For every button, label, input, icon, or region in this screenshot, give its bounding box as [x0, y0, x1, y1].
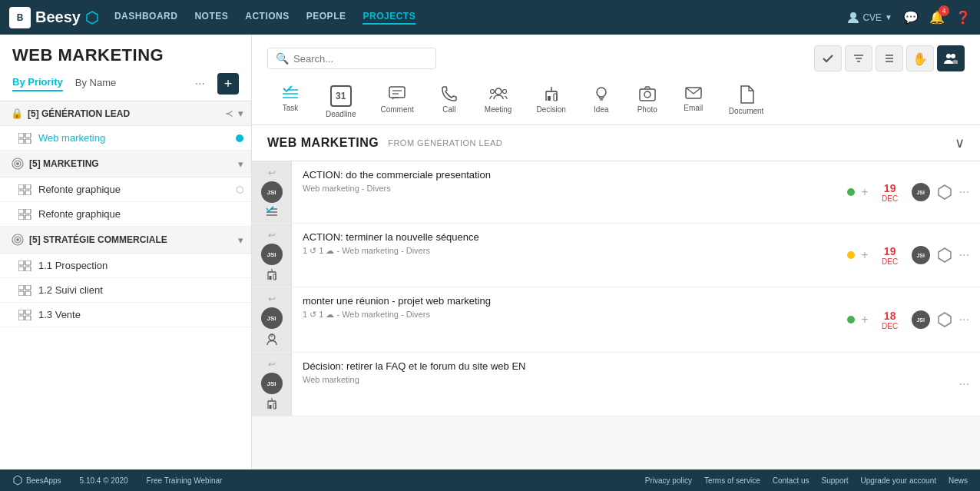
vente-label: 1.3 Vente: [38, 309, 243, 320]
toolbar-checkmark-btn[interactable]: [814, 45, 842, 71]
user-icon[interactable]: CVE ▼: [847, 12, 892, 24]
toolbar-people-btn[interactable]: [937, 45, 965, 71]
task-subtitle: 1 ↺ 1 ☁ - Web marketing - Divers: [303, 310, 826, 320]
svg-point-35: [946, 54, 951, 58]
nav-actions[interactable]: ACTIONS: [245, 11, 290, 25]
sidebar-item-web-marketing[interactable]: Web marketing: [0, 126, 251, 151]
action-type-document[interactable]: Document: [720, 79, 773, 124]
footer-terms[interactable]: Terms of service: [704, 476, 760, 485]
action-type-idea[interactable]: Idea: [581, 79, 621, 124]
group-strategie-header[interactable]: [5] STRATÉGIE COMMERCIALE ▾: [0, 227, 251, 254]
group-marketing-header[interactable]: [5] MARKETING ▾: [0, 151, 251, 177]
footer-upgrade[interactable]: Upgrade your account: [861, 476, 936, 485]
task-row: ↩ JSI ACTION: terminer la nouvelle séque…: [252, 224, 980, 287]
collapse-icon[interactable]: ∨: [955, 134, 965, 151]
share-icon[interactable]: ≺: [225, 108, 233, 119]
action-type-comment[interactable]: Comment: [371, 79, 422, 124]
task-content: ACTION: terminer la nouvelle séquence 1 …: [292, 224, 836, 287]
search-box[interactable]: 🔍: [267, 48, 436, 69]
add-icon[interactable]: +: [861, 185, 868, 199]
sidebar-item-suivi[interactable]: 1.2 Suivi client: [0, 278, 251, 303]
action-type-decision[interactable]: Decision: [527, 79, 574, 124]
add-icon[interactable]: +: [861, 248, 868, 262]
svg-rect-66: [273, 274, 276, 280]
reply-icon: ↩: [268, 168, 276, 178]
svg-rect-4: [18, 139, 24, 144]
svg-rect-12: [25, 191, 31, 195]
action-type-deadline[interactable]: 31 Deadline: [316, 79, 365, 124]
svg-marker-77: [14, 476, 22, 485]
help-icon[interactable]: ❓: [955, 10, 971, 25]
svg-rect-9: [18, 184, 24, 189]
refonte-2-label: Refonte graphique: [38, 208, 243, 220]
footer-privacy[interactable]: Privacy policy: [645, 476, 692, 485]
action-type-photo[interactable]: Photo: [627, 79, 667, 124]
svg-rect-30: [18, 316, 24, 320]
tab-by-name[interactable]: By Name: [75, 77, 116, 91]
action-type-meeting[interactable]: Meeting: [475, 79, 521, 124]
avatar: JSI: [261, 181, 283, 203]
logo-hex-icon: [85, 11, 99, 25]
tab-by-priority[interactable]: By Priority: [12, 76, 63, 91]
notifications-icon[interactable]: 🔔4: [929, 10, 945, 25]
svg-rect-65: [269, 276, 271, 280]
task-right: + 18 DEC JSI ···: [836, 287, 980, 352]
chevron-down-icon[interactable]: ▾: [238, 108, 243, 119]
task-more-icon[interactable]: ···: [959, 377, 969, 391]
share-icon[interactable]: ⬡: [236, 184, 243, 195]
svg-point-36: [951, 54, 955, 58]
sidebar-item-prospection[interactable]: 1.1 Prospection: [0, 254, 251, 278]
reply-icon: ↩: [268, 359, 276, 370]
status-dot: [847, 251, 855, 259]
toolbar-filter-btn[interactable]: [845, 45, 872, 71]
toolbar-hand-btn[interactable]: ✋: [906, 45, 934, 71]
nav-projects[interactable]: PROJECTS: [363, 11, 416, 25]
chat-icon[interactable]: 💬: [903, 10, 919, 25]
action-type-task[interactable]: Task: [270, 79, 310, 124]
hexagon-icon: [936, 184, 953, 201]
task-more-icon[interactable]: ···: [959, 313, 969, 327]
task-date-day: 19: [884, 182, 896, 194]
svg-rect-40: [389, 87, 405, 98]
task-content: monter une réunion - projet web marketin…: [292, 287, 836, 352]
sidebar-add-button[interactable]: +: [217, 73, 239, 95]
sidebar-item-refonte-2[interactable]: Refonte graphique: [0, 202, 251, 227]
nav-people[interactable]: PEOPLE: [306, 11, 346, 25]
group-actions: ≺ ▾: [225, 108, 243, 119]
sidebar-item-refonte-1[interactable]: Refonte graphique ⬡: [0, 177, 251, 202]
group-marketing: [5] MARKETING ▾ Refonte graphique ⬡: [0, 151, 251, 227]
svg-point-19: [16, 238, 19, 241]
add-icon[interactable]: +: [861, 313, 868, 327]
search-input[interactable]: [293, 53, 428, 65]
task-left-strip: ↩ JSI: [252, 353, 292, 416]
toolbar-buttons: ✋: [814, 45, 965, 71]
task-more-icon[interactable]: ···: [959, 185, 969, 199]
task-assignee: JSI: [912, 183, 930, 201]
nav-dashboard[interactable]: DASHBOARD: [114, 11, 178, 25]
status-dot: [847, 316, 855, 323]
project-section-from: FROM GÉNÉRATION LEAD: [388, 138, 502, 148]
action-type-email[interactable]: Email: [674, 79, 713, 124]
action-types-bar: Task 31 Deadline Comment: [267, 79, 965, 124]
user-label: CVE: [862, 12, 882, 23]
footer-contact[interactable]: Contact us: [773, 476, 809, 485]
chevron-down-icon[interactable]: ▾: [238, 234, 243, 246]
chevron-down-icon[interactable]: ▾: [238, 158, 243, 170]
task-left-strip: ↩ JSI: [252, 161, 292, 223]
task-subtitle: Web marketing: [303, 375, 938, 384]
avatar: JSI: [261, 373, 283, 394]
sidebar-tab-more[interactable]: ···: [195, 77, 205, 91]
toolbar-list-btn[interactable]: [876, 45, 903, 71]
group-generation-lead-header[interactable]: 🔒 [5] GÉNÉRATION LEAD ≺ ▾: [0, 101, 251, 126]
task-date-month: DEC: [882, 322, 898, 330]
meeting-icon: [265, 332, 279, 346]
footer-support[interactable]: Support: [822, 476, 849, 485]
document-label: Document: [729, 107, 764, 115]
action-type-call[interactable]: Call: [429, 79, 469, 124]
task-date: 18 DEC: [875, 310, 906, 330]
sidebar-item-vente[interactable]: 1.3 Vente: [0, 303, 251, 327]
grid-icon: [18, 285, 32, 296]
task-more-icon[interactable]: ···: [959, 248, 969, 262]
footer-news[interactable]: News: [949, 476, 968, 485]
nav-notes[interactable]: NOTES: [194, 11, 228, 25]
